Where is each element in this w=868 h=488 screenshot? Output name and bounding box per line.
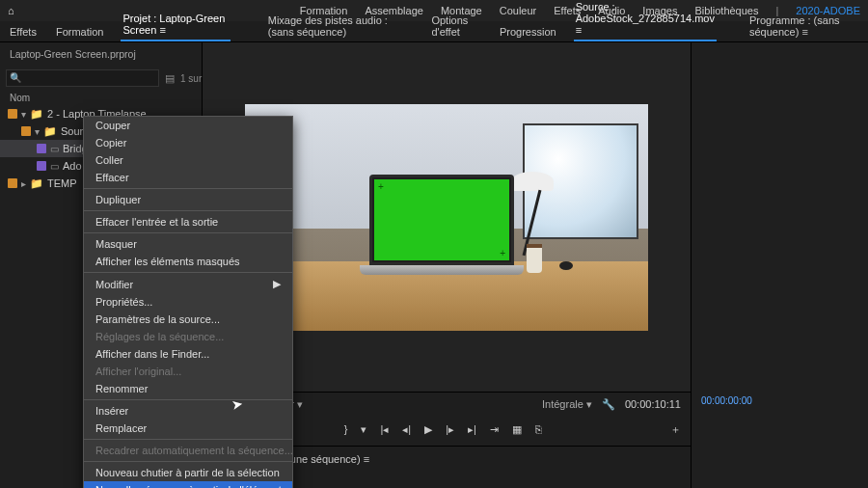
step-fwd-icon[interactable]: |▸ <box>446 423 454 436</box>
export-frame-icon[interactable]: ⎘ <box>535 423 542 435</box>
tab-effect-options[interactable]: Options d'effet <box>429 11 482 41</box>
settings-icon[interactable]: 🔧 <box>602 398 615 411</box>
marker-out-icon[interactable]: } <box>344 423 348 435</box>
range-dropdown[interactable]: Intégrale ▾ <box>542 398 592 411</box>
context-menu-item[interactable]: Afficher les éléments masqués <box>84 253 292 270</box>
context-menu-item[interactable]: Insérer <box>84 402 292 420</box>
insert-icon[interactable]: ⇥ <box>490 423 499 436</box>
mouse-cursor-icon: ➤ <box>231 395 245 413</box>
context-menu-item[interactable]: Afficher dans le Finder... <box>84 345 292 363</box>
folder-icon: 📁 <box>30 177 43 190</box>
context-menu-item[interactable]: Coller <box>84 151 292 169</box>
bin-name: TEMP <box>47 177 77 189</box>
context-menu-item: Recadrer automatiquement la séquence... <box>84 442 292 459</box>
chevron-down-icon: ▾ <box>21 109 26 120</box>
context-menu-item[interactable]: Renommer <box>84 380 292 397</box>
step-back-icon[interactable]: ◂| <box>402 423 411 436</box>
context-menu-item: Réglages de la séquence... <box>84 328 292 345</box>
clip-icon: ▭ <box>50 144 59 154</box>
tab-effects[interactable]: Effets <box>8 22 39 41</box>
label-swatch <box>37 144 46 153</box>
search-icon: 🔍 <box>10 72 21 83</box>
panel-tabs: Effets Formation Projet : Laptop-Green S… <box>0 21 868 42</box>
label-swatch <box>8 109 17 119</box>
folder-icon: 📁 <box>30 108 43 121</box>
filter-icon[interactable]: ▤ <box>165 72 175 85</box>
clip-name: Ado <box>63 160 82 172</box>
project-search-input[interactable] <box>6 69 159 87</box>
chevron-right-icon: ▸ <box>21 178 26 189</box>
context-menu-item[interactable]: Propriétés... <box>84 293 292 311</box>
context-menu-item[interactable]: Effacer <box>84 169 292 186</box>
context-menu: CouperCopierCollerEffacerDupliquerEfface… <box>83 116 293 488</box>
tab-audio-mixer[interactable]: Mixage des pistes audio : (sans séquence… <box>266 11 415 41</box>
workspace-tab[interactable]: Couleur <box>500 5 537 16</box>
chevron-right-icon: ▶ <box>273 278 281 290</box>
context-menu-item[interactable]: Couper <box>84 117 292 134</box>
context-menu-item: Afficher l'original... <box>84 363 292 380</box>
program-monitor: 00:00:00:00 <box>691 42 868 488</box>
add-button-icon[interactable]: ＋ <box>670 422 691 437</box>
overwrite-icon[interactable]: ▦ <box>512 423 522 436</box>
play-icon[interactable]: ▶ <box>424 423 432 436</box>
video-frame <box>245 104 648 331</box>
context-menu-item[interactable]: Paramètres de la source... <box>84 311 292 328</box>
add-marker-icon[interactable]: ▾ <box>361 423 366 436</box>
folder-icon: 📁 <box>43 125 57 138</box>
tab-program[interactable]: Programme : (sans séquence) ≡ <box>747 11 860 41</box>
context-menu-item[interactable]: Modifier▶ <box>84 275 292 293</box>
tab-formation[interactable]: Formation <box>54 22 106 41</box>
context-menu-item[interactable]: Copier <box>84 134 292 151</box>
go-to-out-icon[interactable]: ▸| <box>468 423 476 436</box>
label-swatch <box>21 126 31 136</box>
context-menu-item[interactable]: Remplacer <box>84 420 292 437</box>
home-icon[interactable]: ⌂ <box>8 5 14 16</box>
context-menu-item[interactable]: Dupliquer <box>84 191 292 208</box>
context-menu-item[interactable]: Nouveau chutier à partir de la sélection <box>84 464 292 481</box>
context-menu-item[interactable]: Nouvelle séquence à partir de l'élément <box>84 481 292 488</box>
context-menu-item[interactable]: Effacer l'entrée et la sortie <box>84 213 292 230</box>
go-to-in-icon[interactable]: |◂ <box>380 423 389 436</box>
tab-source[interactable]: Source : AdobeStock_272885714.mov ≡ <box>574 0 717 41</box>
duration-timecode: 00:00:10:11 <box>625 398 681 410</box>
tab-progression[interactable]: Progression <box>498 22 558 41</box>
chevron-down-icon: ▾ <box>35 126 40 137</box>
clip-icon: ▭ <box>50 161 59 172</box>
context-menu-item[interactable]: Masquer <box>84 235 292 253</box>
label-swatch <box>37 161 46 171</box>
project-filename: Laptop-Green Screen.prproj <box>0 42 202 66</box>
column-header-name[interactable]: Nom <box>0 91 202 105</box>
program-timecode[interactable]: 00:00:00:00 <box>692 390 868 412</box>
label-swatch <box>8 178 17 188</box>
tab-project[interactable]: Projet : Laptop-Green Screen ≡ <box>121 9 231 41</box>
